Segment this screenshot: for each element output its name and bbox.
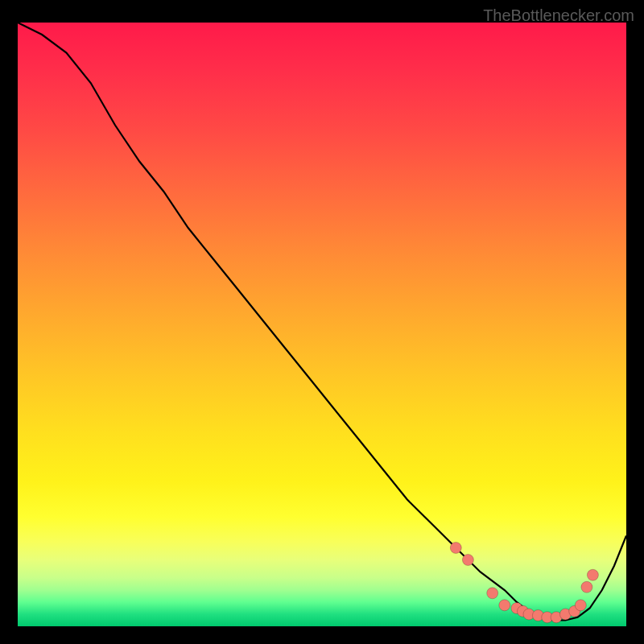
marker-dot xyxy=(587,569,598,580)
marker-dot xyxy=(462,555,473,566)
marker-dot xyxy=(450,543,461,554)
marker-dot xyxy=(575,600,586,611)
marker-dot xyxy=(499,600,510,611)
marker-dot xyxy=(581,581,592,592)
watermark-text: TheBottlenecker.com xyxy=(483,6,634,25)
chart-svg xyxy=(18,23,626,626)
marker-group xyxy=(450,543,598,623)
bottleneck-curve-line xyxy=(18,23,626,621)
plot-area xyxy=(18,23,626,626)
marker-dot xyxy=(487,588,498,599)
